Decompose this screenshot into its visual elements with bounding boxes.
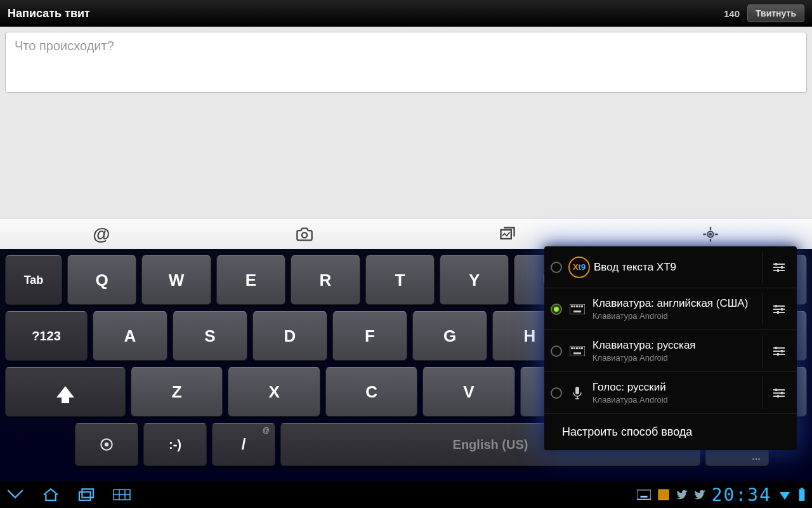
key-d[interactable]: D [252, 311, 327, 361]
key-e[interactable]: E [216, 255, 285, 305]
key-shift[interactable] [5, 367, 126, 417]
svg-rect-24 [581, 347, 583, 349]
key-x[interactable]: X [228, 367, 320, 417]
input-method-settings[interactable] [765, 344, 793, 359]
key-slash[interactable]: / @ [212, 423, 275, 466]
input-method-english[interactable]: Клавиатура: английская (США) Клавиатура … [544, 288, 797, 330]
location-button[interactable] [609, 219, 812, 249]
gear-icon [98, 436, 115, 453]
back-icon[interactable] [6, 488, 24, 502]
svg-rect-21 [573, 347, 575, 349]
svg-rect-16 [775, 305, 777, 307]
recent-apps-icon[interactable] [77, 488, 95, 502]
keyboard-icon [568, 303, 586, 316]
key-a[interactable]: A [93, 311, 167, 361]
compose-input[interactable]: Что происходит? [5, 32, 807, 93]
radio-icon [551, 387, 562, 399]
radio-icon [551, 262, 562, 273]
svg-rect-8 [777, 269, 779, 272]
home-icon[interactable] [42, 488, 60, 502]
svg-rect-22 [576, 347, 578, 349]
key-emoji[interactable]: :-) [143, 423, 207, 466]
svg-rect-10 [571, 305, 573, 307]
gallery-icon [499, 225, 516, 243]
svg-rect-6 [775, 263, 777, 265]
twitter-icon[interactable] [694, 490, 705, 500]
char-counter: 140 [724, 8, 740, 19]
sliders-icon [771, 302, 787, 317]
svg-rect-17 [781, 308, 783, 311]
key-tab[interactable]: Tab [5, 255, 62, 305]
key-r[interactable]: R [291, 255, 360, 305]
key-q[interactable]: Q [67, 255, 136, 305]
mic-icon [568, 387, 586, 399]
key-t[interactable]: T [365, 255, 435, 305]
configure-input-method[interactable]: Настроить способ ввода [544, 414, 797, 450]
key-v[interactable]: V [422, 367, 514, 417]
svg-rect-11 [573, 305, 575, 307]
svg-rect-18 [777, 311, 779, 314]
input-method-settings[interactable] [765, 260, 793, 275]
gallery-button[interactable] [406, 219, 609, 249]
mention-button[interactable]: @ [0, 219, 203, 249]
key-y[interactable]: Y [440, 255, 509, 305]
sliders-icon [771, 344, 787, 359]
svg-rect-32 [777, 395, 779, 398]
svg-point-5 [105, 443, 109, 447]
battery-icon [798, 488, 806, 502]
keyboard-status-icon[interactable] [637, 490, 651, 500]
svg-rect-28 [777, 353, 779, 356]
svg-rect-33 [79, 492, 91, 500]
svg-rect-36 [637, 490, 651, 500]
key-z[interactable]: Z [131, 367, 223, 417]
svg-point-0 [302, 232, 307, 237]
input-method-settings[interactable] [765, 385, 793, 401]
compose-placeholder: Что происходит? [15, 39, 797, 53]
sliders-icon [771, 385, 787, 401]
page-title: Написать твит [8, 7, 90, 20]
svg-rect-34 [82, 489, 93, 497]
svg-rect-31 [781, 392, 783, 394]
svg-rect-29 [575, 387, 579, 394]
key-c[interactable]: C [325, 367, 417, 417]
key-g[interactable]: G [412, 311, 487, 361]
svg-rect-39 [799, 489, 805, 501]
location-icon [702, 225, 719, 243]
svg-rect-26 [775, 347, 777, 349]
input-method-popup: Xt9 Ввод текста XT9 Клавиатура: английск… [544, 246, 797, 450]
radio-icon [551, 304, 562, 315]
svg-rect-40 [801, 488, 803, 489]
system-navbar: 20:34 [0, 481, 812, 508]
header: Написать твит 140 Твитнуть [0, 0, 812, 27]
clock: 20:34 [712, 485, 771, 505]
input-method-voice[interactable]: Голос: русский Клавиатура Android [544, 372, 797, 414]
wifi-icon [778, 488, 792, 501]
content-area [0, 98, 812, 218]
svg-rect-14 [581, 305, 583, 307]
xt9-icon: Xt9 [568, 257, 590, 278]
svg-rect-12 [576, 305, 578, 307]
key-settings[interactable] [75, 423, 138, 466]
shift-icon [56, 386, 74, 398]
notification-icon[interactable] [657, 488, 670, 501]
svg-rect-20 [571, 347, 573, 349]
key-w[interactable]: W [141, 255, 211, 305]
tweet-button[interactable]: Твитнуть [747, 4, 804, 22]
grid-icon[interactable] [113, 488, 131, 502]
radio-icon [551, 345, 562, 357]
keyboard-icon [568, 345, 586, 358]
key-s[interactable]: S [173, 311, 247, 361]
input-method-xt9[interactable]: Xt9 Ввод текста XT9 [544, 246, 797, 288]
key-symbols[interactable]: ?123 [5, 311, 88, 361]
input-method-settings[interactable] [765, 302, 793, 317]
svg-rect-30 [775, 389, 777, 391]
key-f[interactable]: F [332, 311, 407, 361]
svg-rect-38 [658, 490, 669, 500]
camera-icon [296, 225, 313, 243]
svg-rect-27 [781, 350, 783, 352]
camera-button[interactable] [203, 219, 406, 249]
svg-rect-23 [579, 347, 580, 349]
twitter-icon[interactable] [676, 490, 688, 500]
svg-rect-13 [579, 305, 580, 307]
input-method-russian[interactable]: Клавиатура: русская Клавиатура Android [544, 330, 797, 372]
